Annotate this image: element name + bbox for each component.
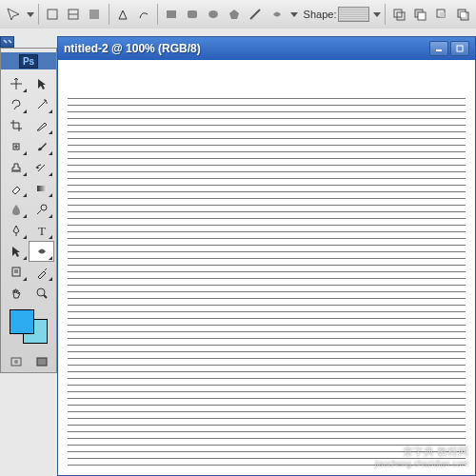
polygon-shape-icon[interactable] [225,4,244,25]
svg-point-24 [41,205,47,210]
custom-shape-tool[interactable] [29,241,54,262]
brush-tool[interactable] [29,136,54,157]
paths-icon[interactable] [64,4,83,25]
divider [38,4,39,25]
notes-tool[interactable] [3,262,29,283]
selection-tool[interactable] [29,73,54,94]
shape-options-dropdown[interactable] [290,12,298,17]
path-select-tool[interactable] [3,241,29,262]
foreground-color[interactable] [10,309,34,334]
svg-rect-10 [394,10,402,17]
combine-subtract-icon[interactable] [410,4,429,25]
dodge-tool[interactable] [29,199,54,220]
stamp-tool[interactable] [3,157,29,178]
svg-rect-6 [188,10,197,18]
minimize-button[interactable] [429,41,448,56]
shape-picker[interactable] [338,7,369,22]
lasso-tool[interactable] [3,94,29,115]
pen-tool-icon[interactable] [112,4,131,25]
divider [109,4,109,25]
healing-tool[interactable] [3,136,29,157]
svg-marker-0 [8,9,19,20]
wand-tool[interactable] [29,94,54,115]
svg-rect-23 [37,186,47,191]
freeform-pen-icon[interactable] [134,4,153,25]
hand-tool[interactable] [3,283,29,304]
collapse-tools-button[interactable] [0,36,14,48]
document-title: ntitled-2 @ 100% (RGB/8) [64,42,201,55]
shape-label: Shape: [304,9,337,20]
shape-layers-icon[interactable] [43,4,62,25]
combine-exclude-icon[interactable] [453,4,472,25]
ps-logo-icon: Ps [19,54,38,69]
zoom-tool[interactable] [29,283,54,304]
svg-rect-11 [397,12,405,20]
blur-tool[interactable] [3,199,29,220]
fill-pixels-icon[interactable] [85,4,104,25]
svg-rect-36 [457,46,463,51]
quick-mask-icon[interactable] [3,353,29,370]
document-window: ntitled-2 @ 100% (RGB/8) [57,36,476,476]
svg-rect-4 [89,10,99,19]
svg-rect-5 [167,10,176,18]
divider [157,4,158,25]
shape-picker-dropdown[interactable] [373,12,381,17]
type-tool[interactable]: T [29,220,54,241]
svg-point-19 [45,100,47,102]
svg-line-31 [44,295,47,298]
move-tool[interactable] [3,73,29,94]
svg-rect-13 [418,12,426,20]
screen-mode-icon[interactable] [29,353,54,370]
maximize-button[interactable] [450,41,469,56]
svg-rect-34 [37,358,47,366]
ellipse-shape-icon[interactable] [204,4,223,25]
current-tool-icon[interactable] [4,4,23,25]
slice-tool[interactable] [29,115,54,136]
combine-intersect-icon[interactable] [432,4,451,25]
svg-text:T: T [38,224,46,237]
svg-point-7 [208,10,218,18]
tool-preset-dropdown[interactable] [27,12,34,17]
crop-tool[interactable] [3,115,29,136]
pen-tool[interactable] [3,220,29,241]
eraser-tool[interactable] [3,178,29,199]
title-bar[interactable]: ntitled-2 @ 100% (RGB/8) [58,37,475,60]
line-shape-icon[interactable] [246,4,265,25]
eyedropper-tool[interactable] [29,262,54,283]
divider [385,4,386,25]
svg-rect-15 [440,12,445,17]
rounded-rect-shape-icon[interactable] [183,4,202,25]
rectangle-shape-icon[interactable] [162,4,181,25]
tools-panel: Ps T [0,48,57,373]
svg-rect-1 [48,10,57,19]
canvas-content [68,98,466,466]
svg-point-33 [14,360,18,364]
svg-line-9 [250,10,260,19]
svg-marker-8 [229,10,239,19]
svg-rect-18 [461,12,466,17]
gradient-tool[interactable] [29,178,54,199]
custom-shape-icon[interactable] [267,4,286,25]
ps-header[interactable]: Ps [1,52,56,69]
combine-add-icon[interactable] [389,4,408,25]
svg-line-25 [37,210,41,214]
history-brush-tool[interactable] [29,157,54,178]
svg-point-30 [37,288,45,296]
canvas-area[interactable] [58,60,475,475]
color-swatches[interactable] [10,309,48,344]
